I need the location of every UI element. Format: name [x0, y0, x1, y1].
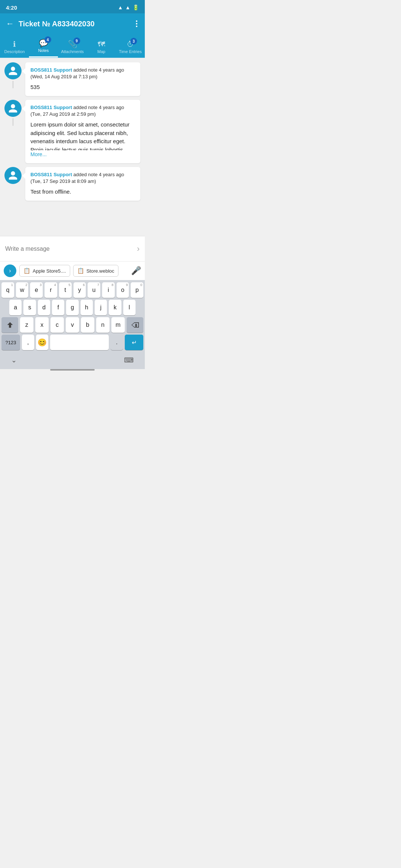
- avatar-col: [4, 167, 22, 184]
- clipboard-arrow-button[interactable]: ›: [4, 264, 16, 277]
- tab-label-time-entries: Time Entries: [119, 49, 141, 54]
- key-backspace[interactable]: [127, 317, 143, 333]
- clipboard-item-icon: 📋: [23, 267, 30, 274]
- key-emoji[interactable]: 😊: [36, 335, 48, 350]
- signal-icon: ▲: [125, 4, 130, 10]
- app-title: Ticket № A833402030: [19, 20, 134, 28]
- clipboard-item-0[interactable]: 📋Apple Store5....: [19, 265, 70, 277]
- key-h[interactable]: h: [81, 300, 93, 315]
- key-b[interactable]: b: [81, 317, 94, 333]
- keyboard-icon: ⌨: [124, 356, 134, 364]
- key-u[interactable]: u7: [88, 282, 100, 298]
- mic-button[interactable]: 🎤: [131, 266, 141, 276]
- note-header: BOSS811 Support added note 4 years ago (…: [30, 171, 135, 185]
- note-header: BOSS811 Support added note 4 years ago (…: [30, 104, 135, 118]
- tab-icon-description: ℹ: [13, 40, 16, 49]
- key-e[interactable]: e3: [30, 282, 43, 298]
- key-z[interactable]: z: [20, 317, 33, 333]
- avatar-col: [4, 100, 22, 126]
- note-author: BOSS811 Support: [30, 105, 72, 110]
- key-p[interactable]: p0: [131, 282, 143, 298]
- key-dot[interactable]: .: [111, 335, 123, 350]
- key-number-hint: 7: [97, 283, 99, 287]
- key-number-hint: 1: [11, 283, 13, 287]
- avatar: [4, 62, 22, 79]
- key-d[interactable]: d: [38, 300, 50, 315]
- note-header: BOSS811 Support added note 4 years ago (…: [30, 67, 135, 80]
- note-more-link[interactable]: More...: [30, 151, 47, 157]
- key-k[interactable]: k: [109, 300, 121, 315]
- badge-attachments: 9: [74, 37, 80, 44]
- tab-description[interactable]: ℹDescription: [0, 37, 29, 57]
- tab-label-map: Map: [97, 49, 105, 54]
- key-f[interactable]: f: [52, 300, 64, 315]
- clipboard-item-icon: 📋: [77, 267, 84, 274]
- avatar: [4, 100, 22, 117]
- tab-label-attachments: Attachments: [61, 49, 84, 54]
- battery-icon: 🔋: [133, 4, 139, 10]
- key-num[interactable]: ?123: [1, 335, 20, 350]
- tab-map[interactable]: 🗺Map: [87, 37, 116, 57]
- key-x[interactable]: x: [35, 317, 49, 333]
- key-l[interactable]: l: [123, 300, 136, 315]
- key-j[interactable]: j: [95, 300, 107, 315]
- note-entry: BOSS811 Support added note 4 years ago (…: [4, 62, 140, 96]
- avatar: [4, 167, 22, 184]
- send-button[interactable]: ›: [137, 244, 140, 254]
- key-o[interactable]: o9: [117, 282, 129, 298]
- tab-attachments[interactable]: 📎9Attachments: [58, 37, 87, 57]
- note-card: BOSS811 Support added note 4 years ago (…: [25, 62, 140, 96]
- key-g[interactable]: g: [66, 300, 78, 315]
- back-button[interactable]: ←: [6, 19, 14, 29]
- key-number-hint: 8: [112, 283, 114, 287]
- key-enter[interactable]: ↵: [125, 335, 143, 350]
- status-icons: ▲ ▲ 🔋: [118, 4, 139, 10]
- tab-notes[interactable]: 💬4Notes: [29, 36, 58, 57]
- clipboard-item-1[interactable]: 📋Store.webloc: [73, 265, 118, 277]
- keyboard: q1w2e3r4t5y6u7i8o9p0asdfghjklzxcvbnm?123…: [0, 280, 145, 353]
- message-input[interactable]: [5, 246, 133, 252]
- message-input-area: ›: [0, 236, 145, 261]
- key-i[interactable]: i8: [102, 282, 115, 298]
- key-number-hint: 4: [54, 283, 56, 287]
- key-r[interactable]: r4: [45, 282, 57, 298]
- tab-icon-notes: 💬4: [39, 39, 48, 47]
- key-v[interactable]: v: [66, 317, 79, 333]
- key-w[interactable]: w2: [16, 282, 29, 298]
- content-area: BOSS811 Support added note 4 years ago (…: [0, 58, 145, 236]
- tab-label-description: Description: [4, 49, 25, 54]
- tab-icon-attachments: 📎9: [68, 40, 77, 49]
- keyboard-dismiss-icon[interactable]: ⌄: [11, 356, 17, 364]
- key-space[interactable]: [50, 335, 109, 350]
- note-card: BOSS811 Support added note 4 years ago (…: [25, 100, 140, 163]
- key-number-hint: 6: [83, 283, 85, 287]
- key-number-hint: 9: [126, 283, 128, 287]
- key-number-hint: 5: [68, 283, 70, 287]
- key-c[interactable]: c: [50, 317, 64, 333]
- note-body: 535: [30, 83, 135, 92]
- clipboard-bar: ›📋Apple Store5....📋Store.webloc🎤: [0, 261, 145, 280]
- key-t[interactable]: t5: [59, 282, 72, 298]
- clipboard-item-label: Store.webloc: [87, 268, 114, 274]
- note-card: BOSS811 Support added note 4 years ago (…: [25, 167, 140, 201]
- note-author: BOSS811 Support: [30, 67, 72, 73]
- more-menu-button[interactable]: [134, 19, 139, 29]
- key-a[interactable]: a: [9, 300, 22, 315]
- key-comma[interactable]: ,: [22, 335, 34, 350]
- status-time: 4:20: [6, 4, 17, 11]
- key-y[interactable]: y6: [74, 282, 86, 298]
- key-m[interactable]: m: [111, 317, 125, 333]
- key-row-1: asdfghjkl: [1, 300, 143, 315]
- key-q[interactable]: q1: [1, 282, 14, 298]
- note-author: BOSS811 Support: [30, 172, 72, 177]
- tab-label-notes: Notes: [38, 48, 49, 53]
- key-s[interactable]: s: [23, 300, 36, 315]
- badge-notes: 4: [45, 36, 51, 43]
- key-shift[interactable]: [1, 317, 18, 333]
- key-n[interactable]: n: [96, 317, 110, 333]
- key-row-3: ?123,😊.↵: [1, 335, 143, 350]
- note-entry: BOSS811 Support added note 4 years ago (…: [4, 167, 140, 201]
- key-number-hint: 3: [40, 283, 42, 287]
- status-bar: 4:20 ▲ ▲ 🔋: [0, 0, 145, 13]
- tab-time-entries[interactable]: ⏱3Time Entries: [116, 37, 145, 57]
